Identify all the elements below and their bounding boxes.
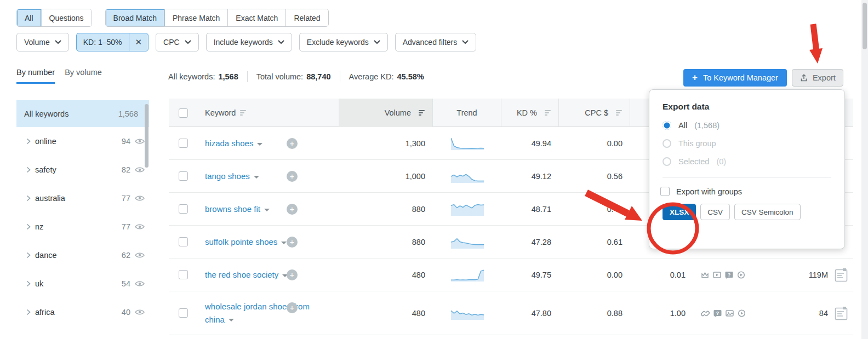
tab-questions[interactable]: Questions [42, 9, 92, 26]
advanced-filters-dropdown[interactable]: Advanced filters [395, 33, 477, 51]
sidebar-item-africa[interactable]: africa 40 [16, 298, 149, 326]
kd-filter-chip[interactable]: KD: 1–50% ✕ [76, 33, 149, 51]
row-checkbox[interactable] [179, 237, 188, 246]
add-to-list-plus-icon[interactable]: + [287, 204, 298, 215]
column-header-cpc[interactable]: CPC $ [559, 99, 630, 127]
csv-semicolon-button[interactable]: CSV Semicolon [734, 204, 801, 220]
image-icon[interactable] [726, 309, 734, 317]
tab-by-number[interactable]: By number [16, 68, 55, 84]
link-icon[interactable] [701, 309, 710, 317]
chevron-right-icon[interactable] [26, 252, 35, 258]
export-option-this-group[interactable]: This group [663, 139, 844, 148]
export-button[interactable]: Export [792, 69, 843, 87]
chevron-right-icon[interactable] [26, 138, 35, 145]
export-with-groups-checkbox[interactable] [660, 187, 670, 196]
keyword-expand-caret-icon[interactable] [264, 209, 270, 211]
trend-cell [433, 169, 501, 183]
page-scrollbar-track[interactable] [861, 0, 868, 339]
sidebar-item-safety[interactable]: safety 82 [16, 156, 149, 184]
sidebar-item-all-keywords[interactable]: All keywords 1,568 [16, 100, 149, 127]
eye-icon[interactable] [135, 252, 145, 258]
eye-icon[interactable] [135, 280, 145, 287]
trend-cell [433, 235, 501, 249]
include-keywords-dropdown[interactable]: Include keywords [206, 33, 292, 51]
add-to-list-plus-icon[interactable]: + [287, 138, 298, 149]
question-icon[interactable]: ? [725, 271, 733, 279]
add-to-list-plus-icon[interactable]: + [287, 237, 298, 248]
chevron-right-icon[interactable] [26, 223, 35, 230]
cpc-filter-dropdown[interactable]: CPC [156, 33, 199, 51]
tab-broad-match[interactable]: Broad Match [106, 9, 165, 26]
serp-snapshot-icon[interactable] [835, 268, 848, 282]
eye-icon[interactable] [135, 309, 145, 315]
keyword-link[interactable]: the red shoe society [205, 270, 278, 279]
sidebar-item-australia[interactable]: australia 77 [16, 184, 149, 212]
chevron-right-icon[interactable] [26, 309, 35, 315]
column-header-trend: Trend [433, 99, 501, 127]
row-checkbox[interactable] [179, 139, 188, 148]
sort-icon[interactable] [545, 110, 551, 116]
xlsx-button[interactable]: XLSX [663, 204, 696, 220]
sidebar-item-uk[interactable]: uk 54 [16, 269, 149, 298]
sidebar-item-nz[interactable]: nz 77 [16, 212, 149, 241]
eye-icon[interactable] [135, 166, 145, 173]
add-to-list-plus-icon[interactable]: + [287, 269, 298, 280]
tab-related[interactable]: Related [286, 9, 328, 26]
tab-phrase-match[interactable]: Phrase Match [165, 9, 228, 26]
keyword-link[interactable]: browns shoe fit [205, 204, 260, 214]
column-header-volume[interactable]: Volume [339, 99, 433, 127]
eye-icon[interactable] [135, 138, 145, 145]
eye-icon[interactable] [135, 195, 145, 202]
column-header-keyword[interactable]: Keyword [197, 99, 339, 127]
column-header-kd[interactable]: KD % [501, 99, 559, 127]
row-checkbox[interactable] [179, 270, 188, 279]
radio-icon[interactable] [663, 121, 671, 130]
play-icon[interactable] [738, 309, 746, 317]
export-option-all[interactable]: All (1,568) [663, 121, 844, 130]
keyword-expand-caret-icon[interactable] [254, 176, 259, 179]
kd-filter-remove-icon[interactable]: ✕ [129, 33, 149, 51]
export-option-selected[interactable]: Selected (0) [663, 157, 844, 166]
stat-label: Average KD: [349, 72, 394, 81]
add-to-list-plus-icon[interactable]: + [287, 171, 298, 182]
volume-filter-dropdown[interactable]: Volume [16, 33, 69, 51]
crown-icon[interactable] [701, 271, 709, 279]
radio-icon[interactable] [663, 139, 671, 148]
tab-by-volume[interactable]: By volume [65, 68, 102, 84]
keyword-expand-caret-icon[interactable] [281, 242, 287, 244]
chevron-right-icon[interactable] [26, 280, 35, 287]
eye-icon[interactable] [135, 223, 145, 230]
keyword-expand-caret-icon[interactable] [229, 319, 234, 321]
keyword-link[interactable]: hizada shoes [205, 139, 253, 148]
keyword-link[interactable]: suffolk pointe shoes [205, 237, 277, 246]
chevron-right-icon[interactable] [26, 166, 35, 173]
trend-sparkline [451, 306, 484, 320]
video-icon[interactable] [713, 271, 721, 279]
keyword-expand-caret-icon[interactable] [257, 143, 262, 146]
tab-exact-match[interactable]: Exact Match [228, 9, 286, 26]
sidebar-scrollbar[interactable] [145, 104, 149, 168]
radio-icon[interactable] [663, 157, 671, 166]
page-scrollbar-thumb[interactable] [863, 3, 867, 49]
sidebar-item-online[interactable]: online 94 [16, 127, 149, 156]
csv-button[interactable]: CSV [700, 204, 730, 220]
keyword-link[interactable]: tango shoes [205, 171, 250, 181]
sort-icon[interactable] [616, 110, 622, 116]
chevron-right-icon[interactable] [26, 195, 35, 202]
row-checkbox[interactable] [179, 204, 188, 214]
select-all-checkbox[interactable] [179, 108, 188, 118]
play-icon[interactable] [737, 271, 745, 279]
export-label: Export [813, 73, 836, 82]
add-to-list-plus-icon[interactable]: + [287, 302, 298, 313]
sort-icon[interactable] [419, 110, 425, 116]
tab-all[interactable]: All [17, 9, 42, 26]
sort-icon[interactable] [240, 110, 246, 116]
question-icon[interactable]: ? [713, 309, 722, 317]
exclude-keywords-dropdown[interactable]: Exclude keywords [299, 33, 388, 51]
row-checkbox[interactable] [179, 171, 188, 181]
row-checkbox[interactable] [179, 308, 188, 318]
export-with-groups-option[interactable]: Export with groups [660, 187, 844, 196]
sidebar-item-dance[interactable]: dance 62 [16, 241, 149, 269]
to-keyword-manager-button[interactable]: + To Keyword Manager [683, 69, 787, 87]
serp-snapshot-icon[interactable] [835, 306, 848, 320]
